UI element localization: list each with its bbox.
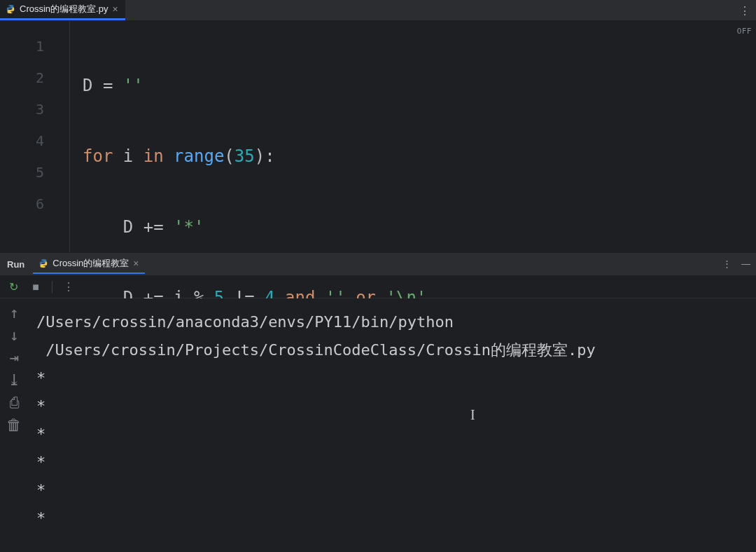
soft-wrap-icon[interactable]: ⇥ [7, 350, 21, 364]
scroll-to-end-icon[interactable]: ⤓ [7, 373, 21, 387]
trash-icon[interactable]: 🗑 [7, 418, 21, 432]
code-line: D += '*' [83, 212, 756, 243]
line-number: 1 [0, 31, 69, 62]
line-number: 2 [0, 62, 69, 94]
close-icon[interactable]: × [112, 4, 118, 14]
inspection-off-badge: OFF [737, 27, 752, 36]
minimize-icon[interactable]: — [741, 258, 750, 269]
code-line: D = '' [83, 70, 756, 102]
python-file-icon [38, 258, 48, 268]
code-line: for i in range(35): [83, 141, 756, 172]
run-output-panel: ↑ ↓ ⇥ ⤓ ⎙ 🗑 /Users/crossin/anaconda3/env… [0, 298, 756, 552]
run-config-tab[interactable]: Crossin的编程教室 × [33, 254, 144, 274]
separator [52, 281, 52, 294]
stop-icon[interactable]: ■ [29, 281, 42, 294]
down-icon[interactable]: ↓ [7, 328, 21, 342]
tab-overflow-icon[interactable]: ⋮ [739, 4, 750, 18]
line-number: 3 [0, 94, 69, 125]
run-config-name: Crossin的编程教室 [52, 257, 129, 270]
console-line: * [36, 425, 46, 443]
console-output[interactable]: /Users/crossin/anaconda3/envs/PY11/bin/p… [28, 298, 756, 552]
run-panel-title: Run [7, 259, 24, 270]
more-icon[interactable]: ⋮ [722, 258, 732, 269]
python-file-icon [6, 4, 15, 14]
console-line: * [36, 369, 46, 387]
code-area[interactable]: D = '' for i in range(35): D += '*' D +=… [70, 21, 756, 252]
line-number: 4 [0, 125, 69, 157]
code-editor[interactable]: OFF 1 2 3 4 5 6 D = '' for i in range(35… [0, 21, 756, 252]
file-tab-label: Crossin的编程教室.py [20, 3, 108, 15]
close-icon[interactable]: × [133, 258, 139, 268]
more-icon[interactable]: ⋮ [62, 281, 75, 294]
console-line: * [36, 509, 46, 527]
text-cursor-icon: I [470, 407, 475, 423]
console-line: /Users/crossin/anaconda3/envs/PY11/bin/p… [36, 313, 454, 331]
line-gutter: 1 2 3 4 5 6 [0, 21, 70, 252]
file-tab[interactable]: Crossin的编程教室.py × [0, 0, 125, 20]
line-number: 5 [0, 157, 69, 188]
editor-tab-row: Crossin的编程教室.py × ⋮ [0, 0, 756, 21]
console-line: * [36, 397, 46, 415]
console-line: * [36, 453, 46, 471]
console-line: * [36, 481, 46, 499]
rerun-icon[interactable]: ↻ [7, 281, 20, 294]
run-side-toolbar: ↑ ↓ ⇥ ⤓ ⎙ 🗑 [0, 298, 28, 552]
line-number: 6 [0, 188, 69, 220]
run-panel-header: Run Crossin的编程教室 × ⋮ — [0, 252, 756, 276]
up-icon[interactable]: ↑ [7, 305, 21, 319]
print-icon[interactable]: ⎙ [7, 395, 21, 409]
console-line: /Users/crossin/Projects/CrossinCodeClass… [36, 341, 596, 359]
